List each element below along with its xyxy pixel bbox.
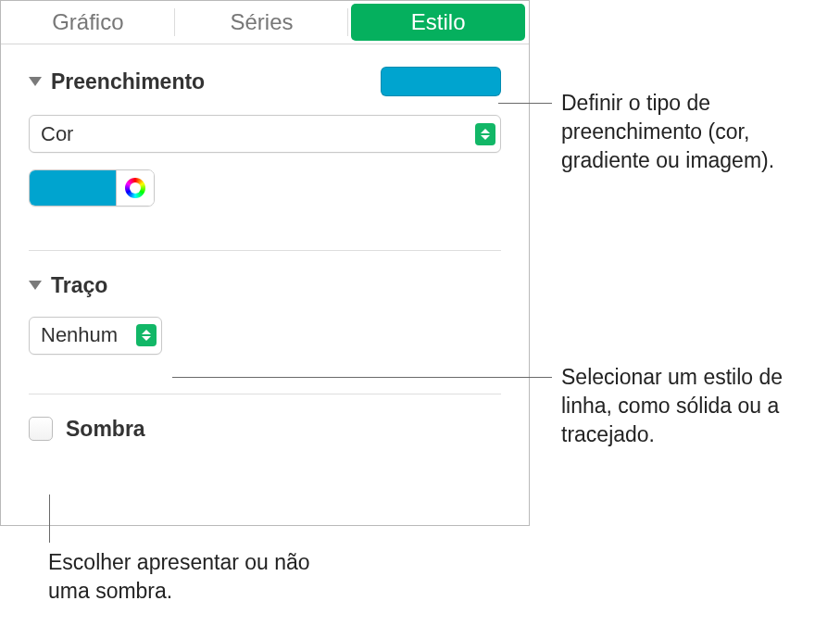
- fill-color-swatch[interactable]: [381, 67, 501, 96]
- chevron-down-icon: [29, 281, 42, 290]
- stroke-disclosure[interactable]: Traço: [29, 273, 107, 298]
- inspector-tabs: Gráfico Séries Estilo: [1, 1, 529, 44]
- shadow-section: Sombra: [1, 394, 529, 464]
- stroke-style-select-value: Nenhum: [41, 323, 118, 347]
- tab-style[interactable]: Estilo: [351, 4, 525, 41]
- popup-arrows-icon: [475, 123, 495, 145]
- fill-section-header: Preenchimento: [29, 67, 501, 96]
- callout-leader: [172, 377, 552, 378]
- stroke-style-select[interactable]: Nenhum: [29, 317, 162, 355]
- fill-color-well[interactable]: [30, 170, 117, 206]
- fill-type-select[interactable]: Cor: [29, 115, 501, 153]
- popup-arrows-icon: [136, 324, 157, 346]
- stroke-title: Traço: [51, 273, 107, 298]
- fill-section: Preenchimento Cor: [1, 44, 529, 228]
- callout-leader: [498, 103, 552, 104]
- style-inspector-panel: Gráfico Séries Estilo Preenchimento Cor: [0, 0, 530, 526]
- tab-series[interactable]: Séries: [175, 1, 349, 44]
- stroke-section: Traço Nenhum: [1, 251, 529, 371]
- callout-shadow: Escolher apresentar ou não uma sombra.: [48, 548, 326, 606]
- shadow-checkbox[interactable]: [29, 417, 53, 441]
- shadow-label: Sombra: [66, 417, 145, 442]
- color-wheel-button[interactable]: [117, 170, 154, 206]
- callout-stroke: Selecionar um estilo de linha, como sóli…: [561, 363, 830, 449]
- callout-leader: [49, 495, 50, 543]
- color-wheel-icon: [125, 178, 145, 198]
- fill-title: Preenchimento: [51, 69, 205, 94]
- fill-disclosure[interactable]: Preenchimento: [29, 69, 205, 94]
- callout-fill: Definir o tipo de preenchimento (cor, gr…: [561, 89, 830, 175]
- fill-color-picker: [29, 169, 155, 207]
- fill-type-select-value: Cor: [41, 122, 73, 146]
- tab-chart[interactable]: Gráfico: [1, 1, 175, 44]
- chevron-down-icon: [29, 77, 42, 86]
